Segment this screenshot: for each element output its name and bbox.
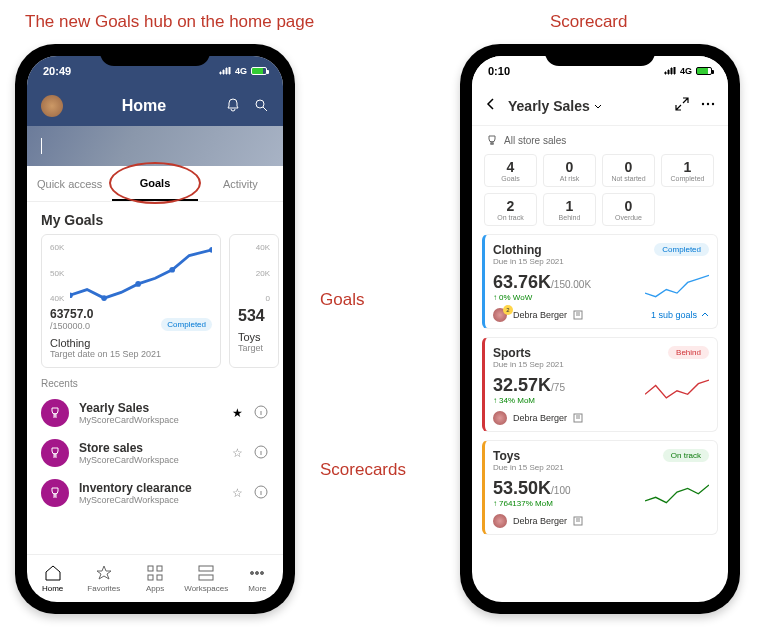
trophy-icon — [41, 439, 69, 467]
svg-point-18 — [702, 103, 704, 105]
sub-goals-toggle[interactable]: 1 sub goals — [651, 310, 709, 320]
home-indicator — [555, 606, 645, 610]
list-item[interactable]: Inventory clearanceMyScoreCardWorkspace☆ — [27, 473, 283, 513]
avatar[interactable] — [41, 95, 63, 117]
scorecard-title[interactable]: Yearly Sales — [508, 98, 664, 114]
list-item[interactable]: Store salesMyScoreCardWorkspace☆ — [27, 433, 283, 473]
status-badge: Behind — [668, 346, 709, 359]
star-icon[interactable]: ☆ — [232, 486, 243, 500]
status-time: 20:49 — [43, 65, 71, 77]
expand-icon[interactable] — [674, 96, 690, 115]
list-item[interactable]: Yearly SalesMyScoreCardWorkspace★ — [27, 393, 283, 433]
avatar — [493, 411, 507, 425]
info-icon[interactable] — [253, 404, 269, 423]
app-header: Home — [27, 86, 283, 126]
kpi-tile[interactable]: 1Completed — [661, 154, 714, 187]
kpi-tile[interactable]: 1Behind — [543, 193, 596, 226]
search-icon[interactable] — [253, 97, 269, 116]
svg-point-3 — [135, 281, 141, 287]
sparkline — [645, 271, 709, 301]
trophy-icon — [486, 134, 498, 146]
kpi-value: 2 — [487, 198, 534, 214]
annotation-goals: Goals — [320, 290, 364, 310]
bottom-nav: Home Favorites Apps Workspaces More — [27, 554, 283, 602]
kpi-tile[interactable]: 0Not started — [602, 154, 655, 187]
sparkline — [645, 477, 709, 507]
notch — [100, 44, 210, 66]
goals-list: ClothingDue in 15 Sep 202163.76K/150.00K… — [472, 234, 728, 535]
home-indicator — [110, 606, 200, 610]
nav-workspaces[interactable]: Workspaces — [181, 555, 232, 602]
svg-point-16 — [256, 572, 259, 575]
goal-value: 534 — [238, 307, 270, 325]
tab-goals[interactable]: Goals — [112, 166, 197, 201]
svg-point-19 — [707, 103, 709, 105]
star-icon[interactable]: ☆ — [232, 446, 243, 460]
status-network: 4G — [680, 66, 692, 76]
goal-due: Due in 15 Sep 2021 — [493, 360, 709, 369]
page-title: Home — [75, 97, 213, 115]
goal-card-clothing[interactable]: 60K50K40K 63757.0 /150000.0 Completed Cl… — [41, 234, 221, 368]
goal-row[interactable]: ClothingDue in 15 Sep 202163.76K/150.00K… — [482, 234, 718, 329]
goal-value: 63757.0 — [50, 307, 93, 321]
status-badge: Completed — [654, 243, 709, 256]
goal-sparkline: 40K20K0 — [238, 243, 270, 303]
banner-image — [27, 126, 283, 166]
goal-card-toys[interactable]: 40K20K0 534 Toys Target — [229, 234, 279, 368]
chevron-down-icon — [594, 103, 602, 111]
goal-target: /75 — [551, 382, 565, 393]
goal-row[interactable]: ToysDue in 15 Sep 202153.50K/100↑ 764137… — [482, 440, 718, 535]
nav-home[interactable]: Home — [27, 555, 78, 602]
info-icon[interactable] — [253, 444, 269, 463]
goal-row[interactable]: SportsDue in 15 Sep 202132.57K/75↑ 34% M… — [482, 337, 718, 432]
goal-owner: Debra Berger — [493, 411, 709, 425]
info-icon[interactable] — [253, 484, 269, 503]
recent-name: Inventory clearance — [79, 481, 222, 495]
more-icon[interactable] — [700, 96, 716, 115]
recent-workspace: MyScoreCardWorkspace — [79, 455, 222, 465]
recent-workspace: MyScoreCardWorkspace — [79, 495, 222, 505]
status-badge: On track — [663, 449, 709, 462]
breadcrumb[interactable]: All store sales — [472, 126, 728, 154]
kpi-value: 1 — [546, 198, 593, 214]
tab-activity[interactable]: Activity — [198, 166, 283, 201]
svg-point-15 — [251, 572, 254, 575]
svg-rect-10 — [157, 566, 162, 571]
kpi-tile[interactable]: 2On track — [484, 193, 537, 226]
kpi-label: At risk — [546, 175, 593, 182]
goal-target: /150.00K — [551, 279, 591, 290]
nav-more[interactable]: More — [232, 555, 283, 602]
back-icon[interactable] — [484, 97, 498, 114]
goal-target: /100 — [551, 485, 570, 496]
goal-due: Due in 15 Sep 2021 — [493, 257, 709, 266]
recents-list: Yearly SalesMyScoreCardWorkspace★Store s… — [27, 393, 283, 513]
tab-quick-access[interactable]: Quick access — [27, 166, 112, 201]
section-my-goals: My Goals — [27, 202, 283, 234]
note-icon — [573, 310, 583, 320]
kpi-tile[interactable]: 0At risk — [543, 154, 596, 187]
goal-sparkline: 60K50K40K — [50, 243, 212, 303]
kpi-tile[interactable]: 4Goals — [484, 154, 537, 187]
svg-point-0 — [256, 100, 264, 108]
star-icon[interactable]: ★ — [232, 406, 243, 420]
bell-icon[interactable] — [225, 97, 241, 116]
phone-home: 20:49 4G Home Quick access Goals Activit… — [15, 44, 295, 614]
recent-name: Store sales — [79, 441, 222, 455]
svg-rect-9 — [148, 566, 153, 571]
annotation-scorecard: Scorecard — [550, 12, 627, 32]
kpi-value: 1 — [664, 159, 711, 175]
kpi-tile[interactable]: 0Overdue — [602, 193, 655, 226]
goal-owner: 2Debra Berger 1 sub goals — [493, 308, 709, 322]
goals-carousel[interactable]: 60K50K40K 63757.0 /150000.0 Completed Cl… — [27, 234, 283, 368]
nav-favorites[interactable]: Favorites — [78, 555, 129, 602]
phone-scorecard: 0:10 4G Yearly Sales All store sales 4Go… — [460, 44, 740, 614]
kpi-label: Goals — [487, 175, 534, 182]
battery-icon — [251, 67, 267, 75]
chevron-up-icon — [701, 311, 709, 319]
nav-apps[interactable]: Apps — [129, 555, 180, 602]
annotation-goals-hub: The new Goals hub on the home page — [25, 12, 314, 32]
status-time: 0:10 — [488, 65, 510, 77]
note-icon — [573, 516, 583, 526]
kpi-value: 0 — [546, 159, 593, 175]
svg-rect-11 — [148, 575, 153, 580]
